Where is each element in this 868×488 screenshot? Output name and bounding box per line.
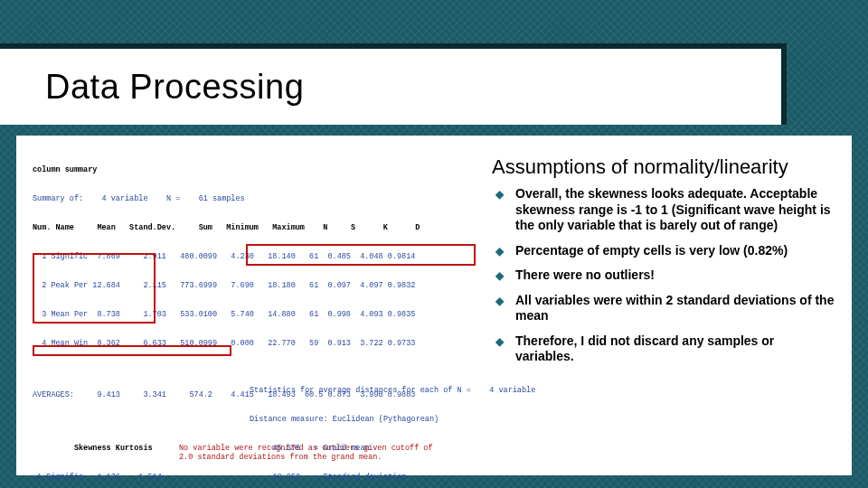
list-item: Therefore, I did not discard any samples…: [495, 333, 835, 365]
title-bar: Data Processing: [0, 43, 787, 125]
bullet-list: Overall, the skewness looks adequate. Ac…: [492, 186, 835, 365]
stats-output-panel: column summary Summary of: 4 variable N …: [33, 146, 476, 488]
explanation-panel: Assumptions of normality/linearity Overa…: [492, 146, 835, 488]
list-item: Overall, the skewness looks adequate. Ac…: [495, 186, 835, 234]
skew-kurtosis-block: Skewness Kurtosis 1 Signific 1.136 1.514…: [33, 425, 168, 489]
list-item: There were no outliers!: [495, 267, 835, 284]
section-subhead: Assumptions of normality/linearity: [492, 155, 835, 179]
highlight-box-skewness: [33, 253, 156, 324]
page-title: Data Processing: [45, 68, 304, 107]
highlight-box-empty-pct: [33, 345, 231, 356]
slide-content: column summary Summary of: 4 variable N …: [16, 136, 852, 475]
list-item: All variables were within 2 standard dev…: [495, 293, 835, 324]
highlight-box-outlier-note: [246, 244, 476, 266]
outlier-footer-block: Statistics for average distances for eac…: [250, 367, 476, 488]
list-item: Percentage of empty cells is very low (0…: [495, 243, 835, 259]
